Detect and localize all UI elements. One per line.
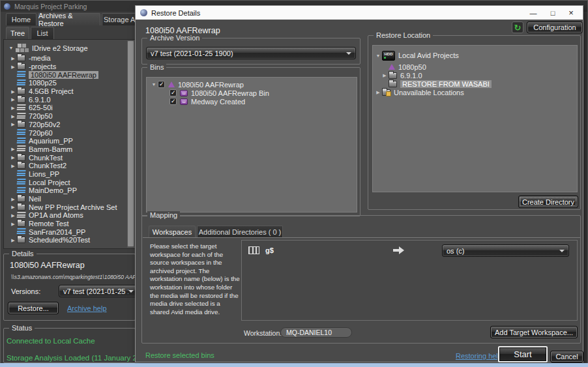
bin-icon bbox=[180, 90, 188, 96]
restore-location-tree: Local Avid Projects 1080p50 6.9.1.0 bbox=[372, 45, 578, 192]
tree-item[interactable]: ChunkTest2 bbox=[4, 162, 135, 170]
location-tree-item[interactable]: Unavailable Locations bbox=[373, 88, 577, 96]
tree-item[interactable]: 720p50 bbox=[4, 112, 135, 121]
tree-item[interactable]: Bamm-Bamm bbox=[4, 145, 135, 154]
chevron-down-icon bbox=[346, 52, 351, 55]
versions-dropdown-value: v7 test (2021-01-25 1900) bbox=[63, 287, 128, 295]
location-tree-item[interactable]: RESTORE FROM WASABI bbox=[373, 80, 577, 88]
expand-arrow[interactable] bbox=[9, 213, 17, 218]
location-tree-item[interactable]: Local Avid Projects bbox=[373, 48, 577, 63]
expand-arrow[interactable] bbox=[9, 89, 17, 94]
expand-arrow[interactable] bbox=[381, 73, 389, 78]
close-button[interactable]: × bbox=[562, 6, 580, 20]
expand-arrow[interactable] bbox=[9, 205, 17, 209]
bin-checkbox[interactable] bbox=[169, 98, 177, 105]
tree-scrollbar[interactable] bbox=[127, 40, 134, 248]
stack-gray-icon bbox=[16, 145, 25, 153]
target-drive-dropdown[interactable]: os (c) bbox=[442, 244, 569, 257]
tree-root-item[interactable]: IDrive e2 Storage bbox=[4, 42, 135, 54]
expand-arrow[interactable] bbox=[9, 238, 17, 242]
workstation-label: Workstation: bbox=[244, 329, 282, 337]
tree-item-label: 4.5GB Project bbox=[29, 87, 73, 95]
tree-item[interactable]: Aquarium_PP bbox=[4, 137, 135, 145]
expand-arrow[interactable] bbox=[374, 90, 382, 95]
details-group: Details 1080i50 AAFRewrap \\s3.amazonaws… bbox=[3, 254, 136, 321]
tree-item[interactable]: 4.5GB Project bbox=[4, 87, 135, 96]
tree-item[interactable]: Lions_PP bbox=[4, 170, 135, 179]
tree-item[interactable]: -media bbox=[4, 54, 135, 63]
bin-tree-item[interactable]: Medway Created bbox=[147, 97, 357, 106]
configuration-button[interactable]: Configuration bbox=[527, 22, 583, 33]
tree-item[interactable]: Remote Test bbox=[4, 220, 135, 228]
bin-tree-item[interactable]: 1080i50 AAFRewrap bbox=[147, 80, 357, 89]
expand-arrow[interactable] bbox=[9, 164, 17, 168]
expand-arrow[interactable] bbox=[9, 147, 17, 151]
tree-item[interactable]: MainDemo_PP bbox=[4, 186, 135, 195]
create-directory-button[interactable]: Create Directory bbox=[518, 196, 578, 208]
tree-item[interactable]: 1080p25 bbox=[4, 79, 135, 87]
bin-checkbox[interactable] bbox=[158, 81, 165, 88]
screen: Marquis Project Parking Home Archives & … bbox=[0, 0, 588, 367]
expand-arrow[interactable] bbox=[9, 97, 17, 102]
maximize-button[interactable]: □ bbox=[544, 6, 562, 20]
tree-item[interactable]: Local Project bbox=[4, 178, 135, 186]
tree-item[interactable]: ChunkTest bbox=[4, 153, 135, 162]
details-group-label: Details bbox=[9, 250, 37, 258]
tab-tree[interactable]: Tree bbox=[6, 27, 29, 39]
tree-item-label: 6.9.1.0 bbox=[29, 96, 51, 104]
tree-item-label: 720p60 bbox=[29, 129, 53, 137]
folder-icon bbox=[17, 96, 25, 103]
tab-list[interactable]: List bbox=[31, 27, 54, 39]
refresh-button[interactable]: ↻ bbox=[512, 22, 523, 33]
versions-dropdown[interactable]: v7 test (2021-01-25 1900) bbox=[59, 285, 138, 297]
expand-arrow[interactable] bbox=[7, 46, 15, 50]
tree-item[interactable]: SanFran2014_PP bbox=[4, 228, 135, 236]
expand-arrow[interactable] bbox=[9, 155, 17, 160]
archive-version-dropdown[interactable]: v7 test (2021-01-25 1900) bbox=[146, 47, 356, 59]
storage-icon bbox=[15, 43, 29, 53]
bin-checkbox[interactable] bbox=[169, 89, 177, 96]
minimize-button[interactable]: — bbox=[524, 6, 542, 20]
expand-arrow[interactable] bbox=[9, 65, 17, 69]
restoring-help-link[interactable]: Restoring help bbox=[456, 352, 502, 360]
media-drive-icon bbox=[248, 246, 259, 254]
tab-archives-restore[interactable]: Archives & Restore bbox=[38, 13, 100, 25]
expand-arrow[interactable] bbox=[9, 114, 17, 119]
tree-item[interactable]: Neil bbox=[4, 195, 135, 203]
tab-additional-directories[interactable]: Additional Directories ( 0 ) bbox=[197, 226, 283, 238]
tree-item[interactable]: 6.9.1.0 bbox=[4, 95, 135, 104]
tree-item[interactable]: New PP Project Archive Set bbox=[4, 203, 135, 211]
expand-arrow[interactable] bbox=[374, 53, 382, 58]
tree-item[interactable]: OP1A and Atoms bbox=[4, 211, 135, 220]
expand-arrow[interactable] bbox=[9, 56, 17, 61]
bin-tree-item[interactable]: 1080i50 AAFRewrap Bin bbox=[147, 89, 357, 97]
location-tree-item[interactable]: 6.9.1.0 bbox=[373, 71, 577, 80]
archive-help-link[interactable]: Archive help bbox=[67, 304, 107, 312]
cancel-button[interactable]: Cancel bbox=[550, 351, 583, 362]
start-button[interactable]: Start bbox=[498, 346, 548, 362]
tree-item[interactable]: -projects bbox=[4, 63, 135, 71]
tree-item-label: 720p50v2 bbox=[29, 121, 60, 128]
tab-home[interactable]: Home bbox=[6, 13, 37, 25]
status-group-label: Status bbox=[9, 324, 35, 332]
tree-item[interactable]: 625-50i bbox=[4, 104, 135, 112]
tab-workspaces[interactable]: Workspaces bbox=[149, 226, 196, 238]
tree-item[interactable]: 720p50v2 bbox=[4, 121, 135, 129]
workstation-input[interactable] bbox=[280, 327, 352, 338]
tree-item-label: 1080p25 bbox=[29, 79, 57, 87]
scrollbar-thumb[interactable] bbox=[128, 41, 134, 246]
expand-arrow[interactable] bbox=[9, 222, 17, 226]
restore-button[interactable]: Restore... bbox=[8, 302, 59, 314]
tree-item[interactable]: 1080i50 AAFRewrap bbox=[4, 70, 135, 79]
tree-item[interactable]: Scheduled%20Test bbox=[4, 236, 135, 244]
mapping-group-label: Mapping bbox=[147, 211, 180, 220]
expand-arrow[interactable] bbox=[150, 82, 158, 87]
tree-item-label: 1080i50 AAFRewrap bbox=[29, 71, 98, 79]
add-target-workspace-button[interactable]: Add Target Workspace... bbox=[490, 326, 578, 338]
tree-item[interactable]: 720p60 bbox=[4, 128, 135, 137]
location-item-label: Unavailable Locations bbox=[394, 89, 464, 96]
expand-arrow[interactable] bbox=[9, 106, 17, 110]
expand-arrow[interactable] bbox=[9, 122, 17, 126]
expand-arrow[interactable] bbox=[9, 197, 17, 201]
location-tree-item[interactable]: 1080p50 bbox=[373, 63, 577, 71]
